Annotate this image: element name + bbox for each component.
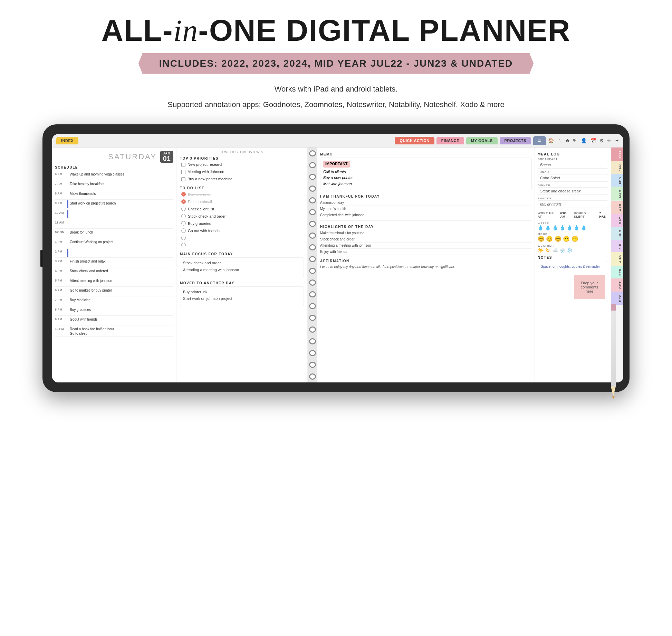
water-drops: 💧 💧 💧 💧 💧 💧 💧	[538, 225, 608, 230]
tablet-wrapper: INDEX QUICK ACTION FINANCE MY GOALS PROJ…	[42, 124, 630, 392]
todo-title: TO DO LIST	[180, 186, 304, 190]
schedule-row: 5 PM Attent meeting with johnson	[55, 277, 173, 287]
notes-title: NOTES	[538, 256, 608, 259]
todo-check[interactable]	[181, 236, 186, 240]
star-icon[interactable]: ✦	[615, 138, 619, 143]
todo-section: TO DO LIST Call to clients Edit thumbnai…	[180, 186, 304, 248]
day-number: 01	[163, 155, 171, 162]
tab-projects[interactable]: PROJECTS	[500, 137, 531, 144]
month-tab-sep[interactable]: SEP	[611, 266, 623, 278]
schedule-row: 9 PM Goout with friends	[55, 316, 173, 325]
top3-title: TOP 3 PRIORITIES	[180, 156, 304, 160]
schedule-row: 3 PM Finish project and relax	[55, 258, 173, 267]
notes-section: Space for thoughts, quotes & reminder Dr…	[538, 261, 608, 302]
month-tab-jul[interactable]: JUL	[611, 240, 623, 252]
schedule-row: 11 AM	[55, 219, 173, 229]
schedule-row: 7 AM Take healthy breakfast	[55, 180, 173, 190]
month-tab-apr[interactable]: APR	[611, 201, 623, 214]
right-panels: MEMO IMPORTANT Call to clients Buy a new…	[317, 148, 623, 382]
heart-icon[interactable]: ♡	[557, 138, 562, 143]
moved-item: Buy printer ink	[183, 289, 301, 295]
priority-text: Meeting with Johnson	[188, 170, 224, 174]
title-part2: -ONE DIGITAL PLANNER	[198, 13, 570, 47]
spiral-binding	[308, 148, 317, 382]
memo-section: MEMO IMPORTANT Call to clients Buy a new…	[320, 152, 532, 190]
title-italic: in	[173, 14, 198, 47]
subtitle2: Supported annotation apps: Goodnotes, Zo…	[21, 98, 651, 111]
moved-title: MOVED TO ANOTHER DAY	[180, 281, 304, 285]
title-part1: ALL-	[102, 13, 173, 47]
affirmation-text: I want to enjoy my day and focus on all …	[320, 264, 532, 269]
month-tab-mar[interactable]: MAR	[611, 187, 623, 201]
edit-icon[interactable]: ✏	[607, 138, 612, 143]
todo-text: Check client list	[188, 207, 214, 211]
main-title: ALL-in-ONE DIGITAL PLANNER	[21, 14, 651, 48]
main-focus-title: MAIN FOCUS FOR TODAY	[180, 252, 304, 256]
leaf-icon[interactable]: ☘	[565, 138, 570, 143]
todo-check[interactable]	[181, 243, 186, 247]
priority-item: Meeting with Johnson	[180, 169, 304, 175]
todo-check[interactable]	[181, 221, 186, 226]
todo-check[interactable]	[181, 214, 186, 218]
month-tab-may[interactable]: MAY	[611, 214, 623, 227]
priority-item: New project research	[180, 162, 304, 168]
schedule-table: 6 AM Wake up and morning yoga classes 7 …	[55, 171, 173, 337]
highlights-item: Enjoy with friends	[320, 249, 532, 255]
todo-item: Call to clients	[180, 191, 304, 197]
settings-icon[interactable]: ⚙	[599, 138, 604, 143]
home-icon[interactable]: 🏠	[548, 138, 554, 143]
tab-my-goals[interactable]: MY GOALS	[466, 137, 497, 144]
middle-panel: ◁ WEEKLY OVERVIEW ▷ TOP 3 PRIORITIES New…	[176, 148, 308, 382]
todo-text: Go out with friends	[188, 229, 220, 233]
calendar-icon[interactable]: 📅	[590, 138, 596, 143]
schedule-row: 6 AM Wake up and morning yoga classes	[55, 171, 173, 180]
priority-checkbox[interactable]	[181, 177, 185, 181]
weather-row: WEATHER ☀️ 🌤️ ☁️ 🌧️ ❄️	[538, 244, 608, 253]
tablet-inner: INDEX QUICK ACTION FINANCE MY GOALS PROJ…	[52, 134, 623, 382]
month-tab-jun[interactable]: JUN	[611, 227, 623, 240]
priority-checkbox[interactable]	[181, 163, 185, 167]
todo-item: Buy groceries	[180, 220, 304, 226]
todo-check[interactable]	[181, 199, 186, 204]
year-tab-2022[interactable]: 2022	[611, 148, 623, 161]
thankful-item	[320, 218, 532, 221]
focus-box: Stock check and order Attending a meetin…	[180, 257, 304, 277]
month-tab-jan[interactable]: JAN	[611, 161, 623, 174]
highlights-section: HIGHLIGHTS OF THE DAY Make thumbnails fo…	[320, 225, 532, 255]
tab-menu[interactable]: ≡	[533, 136, 546, 145]
priorities-section: TOP 3 PRIORITIES New project research Me…	[180, 156, 304, 182]
meal-lunch: LUNCH Cobb Salad	[538, 171, 608, 182]
tablet-outer: INDEX QUICK ACTION FINANCE MY GOALS PROJ…	[42, 124, 630, 392]
priority-text: Buy a new printer machine	[188, 177, 232, 181]
tablet-button	[40, 250, 42, 267]
month-tab-dec[interactable]: DEC	[611, 292, 623, 305]
todo-check[interactable]	[181, 207, 186, 211]
focus-item: Attending a meeting with johnson	[183, 267, 301, 273]
left-panel: SATURDAY JAN 01 SCHEDULE 6 AM Wake up an…	[52, 148, 176, 382]
date-box: JAN 01	[160, 151, 173, 163]
todo-text: Stock check and order	[188, 214, 225, 218]
main-focus-section: MAIN FOCUS FOR TODAY Stock check and ord…	[180, 252, 304, 277]
percent-icon[interactable]: %	[573, 138, 577, 143]
todo-item: Go out with friends	[180, 228, 304, 234]
todo-item	[180, 235, 304, 241]
month-tab-oct[interactable]: OCT	[611, 278, 623, 292]
focus-item: Stock check and order	[183, 260, 301, 266]
includes-banner: INCLUDES: 2022, 2023, 2024, MID YEAR JUL…	[138, 53, 534, 74]
priority-checkbox[interactable]	[181, 170, 185, 174]
todo-check[interactable]	[181, 228, 186, 233]
tab-quick-action[interactable]: QUICK ACTION	[395, 137, 434, 144]
moved-item: Start work on johnson project	[183, 296, 301, 301]
schedule-title: SCHEDULE	[55, 165, 173, 169]
highlights-item: Stock check and order	[320, 236, 532, 243]
tab-finance[interactable]: FINANCE	[436, 137, 464, 144]
thankful-item: My mom's health	[320, 206, 532, 212]
highlights-item: Attending a meeting with johnson	[320, 243, 532, 249]
memo-line3: Met with johnson	[323, 181, 529, 187]
todo-check[interactable]	[181, 192, 186, 197]
person-icon[interactable]: 👤	[581, 138, 587, 143]
month-tab-feb[interactable]: FEB	[611, 174, 623, 187]
month-tab-aug[interactable]: AUG	[611, 252, 623, 266]
tab-index[interactable]: INDEX	[56, 137, 78, 144]
highlights-title: HIGHLIGHTS OF THE DAY	[320, 225, 532, 229]
